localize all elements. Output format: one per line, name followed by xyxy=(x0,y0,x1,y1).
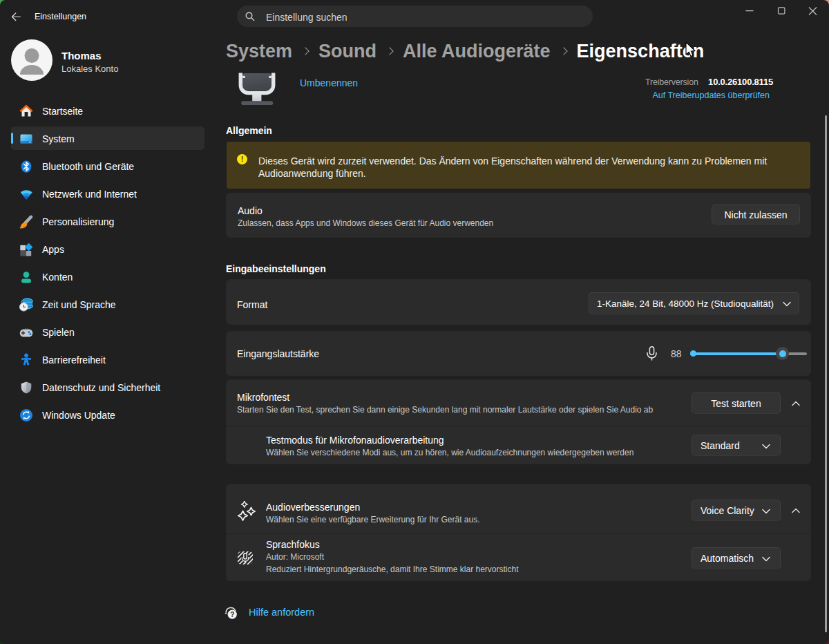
svg-text:?: ? xyxy=(230,611,234,618)
